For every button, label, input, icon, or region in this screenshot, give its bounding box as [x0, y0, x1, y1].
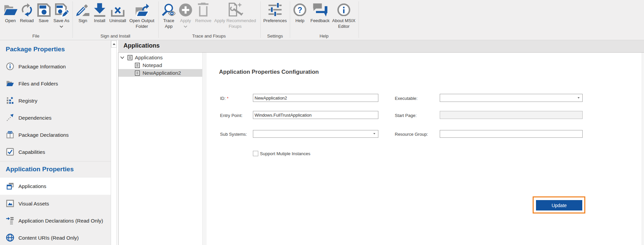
svg-text:?: ? — [298, 6, 302, 14]
